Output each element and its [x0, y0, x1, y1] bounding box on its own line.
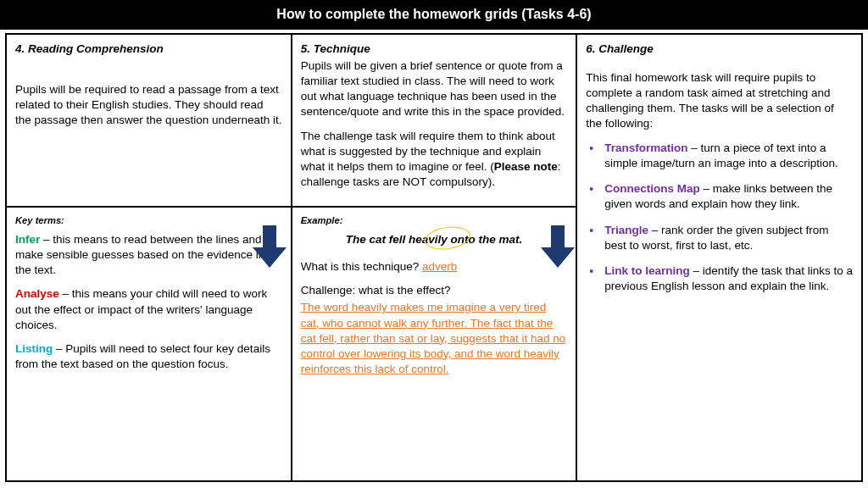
term-infer: Infer	[15, 233, 40, 246]
term-triangle: Triangle	[604, 224, 648, 236]
example-cell: Example: The cat fell heavily onto the m…	[292, 207, 577, 481]
down-arrow-icon	[253, 225, 287, 268]
task4-body: Pupils will be required to read a passag…	[15, 82, 282, 129]
term-listing: Listing	[15, 342, 53, 355]
task6-list: Transformation – turn a piece of text in…	[586, 141, 853, 295]
task5-cell: 5. Technique Pupils will be given a brie…	[292, 34, 577, 207]
down-arrow-icon	[541, 225, 575, 268]
homework-grid: 4. Reading Comprehension Pupils will be …	[5, 33, 863, 482]
list-item: Transformation – turn a piece of text in…	[586, 141, 853, 171]
keyterm-listing: Listing – Pupils will need to select fou…	[15, 341, 282, 372]
page-title: How to complete the homework grids (Task…	[0, 0, 868, 30]
svg-marker-0	[253, 225, 287, 268]
example-q1-label: What is this technique?	[301, 260, 422, 273]
desc-listing: – Pupils will need to select four key de…	[15, 342, 270, 370]
term-link: Link to learning	[604, 264, 690, 277]
example-heading: Example:	[301, 214, 568, 227]
task4-heading: 4. Reading Comprehension	[15, 42, 282, 57]
term-connections: Connections Map	[604, 182, 700, 195]
list-item: Triangle – rank order the given subject …	[586, 223, 853, 253]
keyterm-infer: Infer – this means to read between the l…	[15, 232, 282, 279]
term-analyse: Analyse	[15, 287, 59, 300]
task5-p1: Pupils will be given a brief sentence or…	[301, 58, 568, 120]
task6-heading: 6. Challenge	[586, 42, 853, 57]
desc-infer: – this means to read between the lines a…	[15, 233, 264, 276]
keyterms-cell: Key terms: Infer – this means to read be…	[6, 207, 292, 481]
task6-intro: This final homework task will require pu…	[586, 70, 853, 132]
svg-marker-1	[541, 225, 575, 268]
task5-heading: 5. Technique	[301, 42, 568, 57]
example-q2-answer: The word heavily makes me imagine a very…	[301, 300, 568, 377]
example-quote: The cat fell heavily onto the mat.	[301, 232, 568, 247]
list-item: Connections Map – make links between the…	[586, 181, 853, 212]
example-q1: What is this technique? adverb	[301, 259, 568, 274]
example-q2-label: Challenge: what is the effect?	[301, 283, 568, 298]
example-quote-text: The cat fell heavily onto the mat.	[346, 233, 523, 246]
task4-cell: 4. Reading Comprehension Pupils will be …	[6, 34, 292, 207]
task6-cell: 6. Challenge This final homework task wi…	[576, 34, 862, 481]
keyterm-analyse: Analyse – this means your child will nee…	[15, 286, 282, 333]
keyterms-heading: Key terms:	[15, 214, 282, 227]
example-q1-answer: adverb	[422, 260, 457, 273]
list-item: Link to learning – identify the task tha…	[586, 263, 853, 294]
term-transformation: Transformation	[604, 141, 687, 154]
task5-p2: The challenge task will require them to …	[301, 129, 568, 191]
task5-p2b: Please note	[494, 160, 558, 173]
